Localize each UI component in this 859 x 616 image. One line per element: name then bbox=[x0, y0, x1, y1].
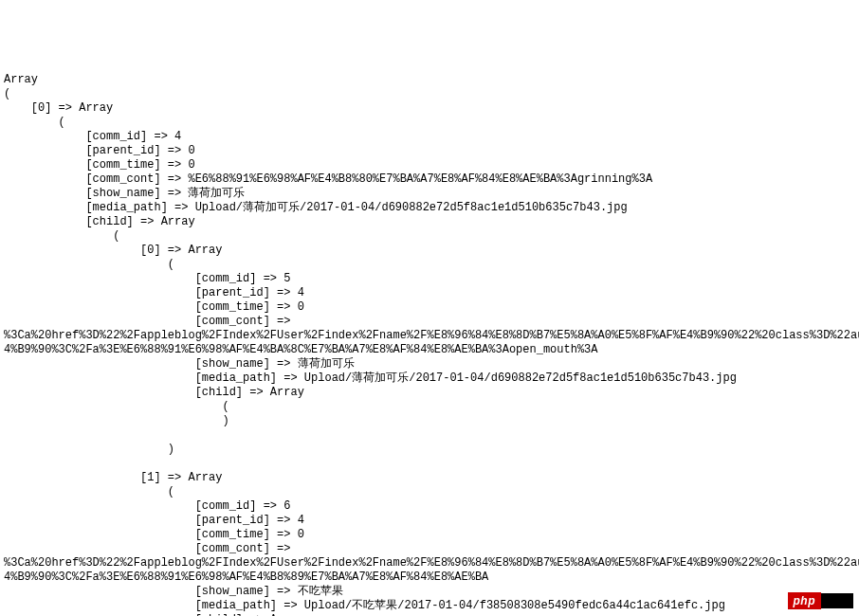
line: ( bbox=[4, 116, 65, 129]
line: [show_name] => 薄荷加可乐 bbox=[4, 357, 355, 371]
line: [show_name] => 不吃苹果 bbox=[4, 585, 343, 598]
watermark-label: php bbox=[788, 592, 822, 609]
line: %3Ca%20href%3D%22%2Fappleblog%2FIndex%2F… bbox=[4, 556, 859, 570]
line: 4%B9%90%3C%2Fa%3E%E6%88%91%E6%98%AF%E4%B… bbox=[4, 571, 488, 584]
line: %3Ca%20href%3D%22%2Fappleblog%2FIndex%2F… bbox=[4, 329, 859, 342]
line: ( bbox=[4, 87, 10, 100]
line: [parent_id] => 0 bbox=[4, 144, 195, 157]
line: [comm_id] => 5 bbox=[4, 272, 290, 285]
watermark-tail bbox=[821, 593, 853, 608]
line: [comm_id] => 6 bbox=[4, 499, 290, 513]
line: [parent_id] => 4 bbox=[4, 514, 304, 527]
line: [comm_cont] => %E6%88%91%E6%98%AF%E4%B8%… bbox=[4, 172, 652, 186]
line: [comm_id] => 4 bbox=[4, 130, 181, 143]
line: [comm_cont] => bbox=[4, 315, 298, 328]
line: ( bbox=[4, 229, 119, 243]
php-cn-watermark: php bbox=[780, 579, 853, 608]
line: ( bbox=[4, 485, 174, 498]
line: [media_path] => Upload/薄荷加可乐/2017-01-04/… bbox=[4, 371, 737, 385]
line: ( bbox=[4, 258, 174, 271]
line: [parent_id] => 4 bbox=[4, 286, 304, 299]
line: [child] => Array bbox=[4, 215, 195, 228]
line: [comm_time] => 0 bbox=[4, 300, 304, 314]
line: ) bbox=[4, 443, 174, 456]
line: [media_path] => Upload/薄荷加可乐/2017-01-04/… bbox=[4, 201, 628, 214]
php-array-dump: Array ( [0] => Array ( [comm_id] => 4 [p… bbox=[4, 59, 855, 616]
line: [media_path] => Upload/不吃苹果/2017-01-04/f… bbox=[4, 599, 725, 612]
line: Array bbox=[4, 73, 38, 86]
line: [1] => Array bbox=[4, 471, 222, 484]
line: [comm_cont] => bbox=[4, 542, 298, 555]
line: 4%B9%90%3C%2Fa%3E%E6%88%91%E6%98%AF%E4%B… bbox=[4, 343, 598, 356]
line: ( bbox=[4, 400, 229, 413]
line: ) bbox=[4, 414, 229, 427]
line: [comm_time] => 0 bbox=[4, 158, 195, 172]
line: [comm_time] => 0 bbox=[4, 528, 304, 541]
line: [child] => Array bbox=[4, 386, 304, 399]
line: [0] => Array bbox=[4, 101, 113, 115]
line: [show_name] => 薄荷加可乐 bbox=[4, 187, 245, 200]
line: [0] => Array bbox=[4, 244, 222, 257]
